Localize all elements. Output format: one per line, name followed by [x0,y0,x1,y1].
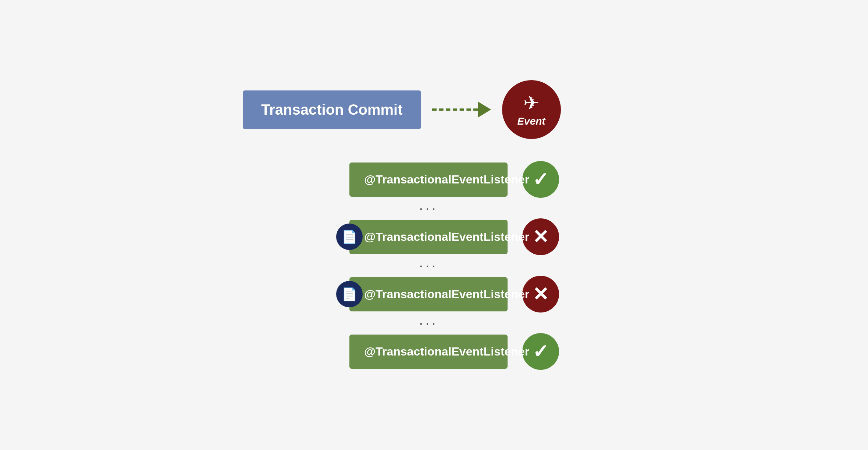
listener-bar-1: @TransactionalEventListener [349,162,508,197]
doc-badge-2: 📄 [336,224,363,250]
arrow [432,101,491,118]
listener-row-1: @TransactionalEventListener✓ [349,161,559,198]
dots-separator-2: ··· [349,315,508,330]
listener-label-4: @TransactionalEventListener [364,345,529,358]
doc-icon-3: 📄 [342,287,357,301]
dots-separator-1: ··· [349,258,508,273]
listener-label-2: @TransactionalEventListener [364,230,529,244]
doc-badge-3: 📄 [336,281,363,307]
check-icon-1: ✓ [533,168,549,190]
listener-bar-4: @TransactionalEventListener [349,335,508,369]
listener-row-2: 📄@TransactionalEventListener✕ [349,218,559,255]
top-row: Transaction Commit ✈ Event [243,80,561,139]
arrow-line [432,108,478,111]
check-icon-4: ✓ [533,340,549,362]
event-label: Event [517,115,545,127]
listeners-section: @TransactionalEventListener✓···📄@Transac… [349,161,559,370]
listener-label-1: @TransactionalEventListener [364,173,529,186]
x-icon-2: ✕ [533,226,549,248]
doc-icon-2: 📄 [342,229,357,244]
transaction-commit-box: Transaction Commit [243,90,421,129]
arrow-head-icon [478,101,491,118]
listener-label-3: @TransactionalEventListener [364,288,529,301]
x-icon-3: ✕ [533,283,549,305]
listener-row-3: 📄@TransactionalEventListener✕ [349,276,559,312]
transaction-commit-label: Transaction Commit [261,101,403,118]
listener-bar-3: 📄@TransactionalEventListener [349,277,508,311]
event-circle: ✈ Event [502,80,561,139]
dots-separator-0: ··· [349,201,508,215]
listener-row-4: @TransactionalEventListener✓ [349,333,559,370]
listener-bar-2: 📄@TransactionalEventListener [349,220,508,254]
diagram: Transaction Commit ✈ Event @Transactiona… [213,80,655,370]
plane-icon: ✈ [523,92,540,114]
